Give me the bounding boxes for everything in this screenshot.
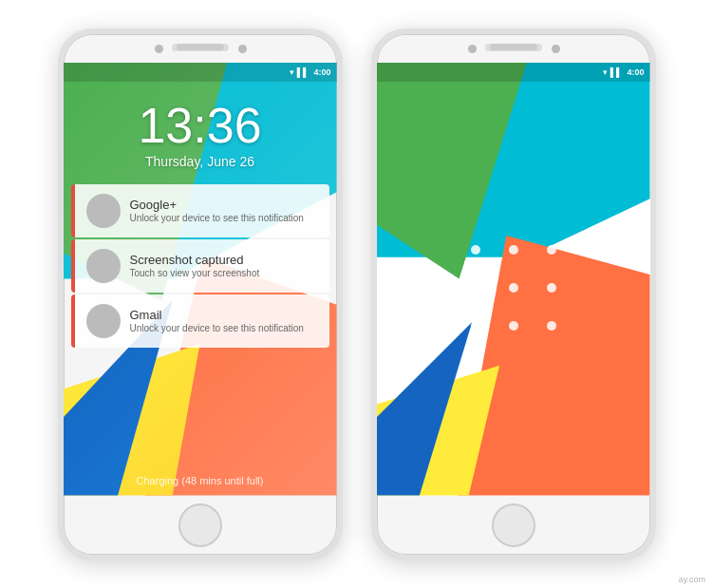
notif-avatar-google-plus: [86, 194, 121, 228]
notification-screenshot[interactable]: Screenshot captured Touch so view your s…: [71, 239, 329, 293]
phone-1-screen: ▾ ▌▌ 4:00 13:36 Thursday, June 26 Googl: [64, 63, 337, 496]
pattern-dot-4[interactable]: [471, 283, 480, 293]
notifications-list: Google+ Unlock your device to see this n…: [64, 169, 337, 348]
notif-title-screenshot: Screenshot captured: [130, 253, 318, 267]
phone-camera-right: [238, 45, 247, 53]
phone-2-camera-right: [552, 45, 560, 53]
phone-camera-left: [155, 45, 163, 53]
pattern-dot-8[interactable]: [509, 321, 518, 331]
pattern-dot-2[interactable]: [509, 245, 518, 255]
phone-1: ▾ ▌▌ 4:00 13:36 Thursday, June 26 Googl: [58, 28, 343, 560]
status-icons: ▾ ▌▌ 4:00: [290, 67, 331, 77]
clock-time: 13:36: [138, 101, 261, 150]
clock-date: Thursday, June 26: [138, 154, 261, 169]
pattern-dot-1[interactable]: [471, 245, 480, 255]
notification-gmail[interactable]: Gmail Unlock your device to see this not…: [71, 294, 329, 348]
notif-text-screenshot: Screenshot captured Touch so view your s…: [130, 253, 318, 278]
charging-status: Charging (48 mins until full): [64, 475, 337, 486]
status-bar-1: ▾ ▌▌ 4:00: [64, 63, 337, 82]
scene: ▾ ▌▌ 4:00 13:36 Thursday, June 26 Googl: [0, 0, 713, 588]
notif-title-google-plus: Google+: [130, 198, 318, 212]
status-time-2: 4:00: [627, 67, 644, 77]
wifi-icon: ▾: [290, 67, 294, 77]
notif-title-gmail: Gmail: [130, 308, 318, 322]
pattern-grid[interactable]: [471, 245, 556, 331]
notif-sub-google-plus: Unlock your device to see this notificat…: [130, 213, 318, 223]
pattern-dot-9[interactable]: [547, 321, 556, 331]
pattern-dot-6[interactable]: [547, 283, 556, 293]
notif-sub-screenshot: Touch so view your screenshot: [130, 268, 318, 278]
status-bar-2: ▾ ▌▌ 4:00: [377, 63, 650, 82]
pattern-dot-7[interactable]: [471, 321, 480, 331]
status-time-1: 4:00: [313, 67, 330, 77]
home-button-1[interactable]: [178, 503, 222, 547]
wifi-icon-2: ▾: [603, 67, 608, 77]
phone-speaker: [177, 44, 224, 50]
lock-screen-content: 13:36 Thursday, June 26 Google+ Unlock y…: [64, 82, 337, 496]
watermark: ay.com: [679, 575, 705, 584]
status-icons-2: ▾ ▌▌ 4:00: [603, 67, 645, 77]
home-button-2[interactable]: [492, 503, 535, 547]
signal-icon: ▌▌: [297, 67, 310, 77]
notif-avatar-gmail: [86, 304, 121, 338]
notif-sub-gmail: Unlock your device to see this notificat…: [130, 323, 318, 333]
notif-text-gmail: Gmail Unlock your device to see this not…: [130, 308, 318, 333]
phone-2-camera-left: [468, 45, 477, 53]
notif-text-google-plus: Google+ Unlock your device to see this n…: [130, 198, 318, 223]
phone-2-speaker: [490, 44, 537, 50]
phone-2: ▾ ▌▌ 4:00: [371, 28, 656, 560]
notification-google-plus[interactable]: Google+ Unlock your device to see this n…: [71, 184, 329, 237]
phone-2-screen: ▾ ▌▌ 4:00: [377, 63, 650, 496]
notif-avatar-screenshot: [86, 249, 121, 283]
pattern-dot-5[interactable]: [509, 283, 518, 293]
signal-icon-2: ▌▌: [610, 67, 623, 77]
clock-area: 13:36 Thursday, June 26: [138, 82, 261, 169]
pattern-dot-3[interactable]: [547, 245, 556, 255]
